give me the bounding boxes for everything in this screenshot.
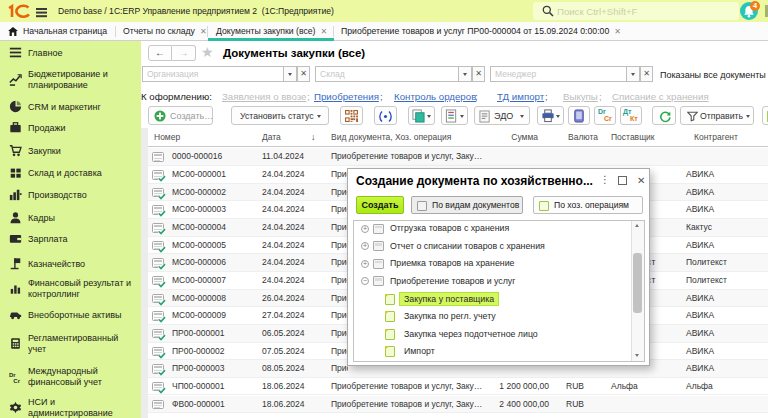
svg-text:Cr: Cr: [13, 378, 20, 383]
svg-text:Dr: Dr: [9, 372, 16, 378]
